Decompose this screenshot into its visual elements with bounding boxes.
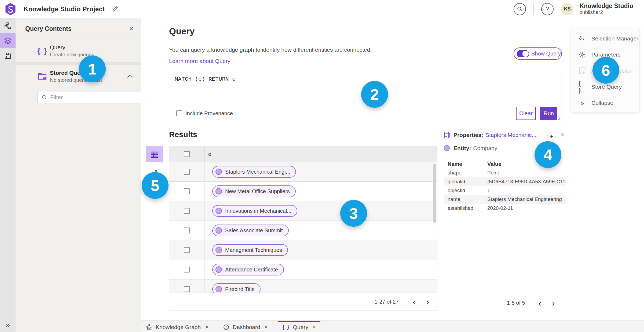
query-item[interactable]: { } Query Create new queries	[16, 39, 141, 62]
results-next-page-icon[interactable]: ›	[425, 297, 431, 306]
filter-search-icon	[42, 95, 47, 100]
annotation-circle-5: 5	[142, 172, 169, 199]
add-to-selection-icon[interactable]	[547, 132, 554, 139]
property-row[interactable]: name Staplers Mechanical Engineering	[444, 195, 566, 204]
entity-type: Company	[473, 145, 497, 151]
entity-dot-icon	[215, 247, 222, 253]
include-provenance-checkbox[interactable]	[176, 110, 182, 116]
braces-icon: { }	[283, 324, 290, 330]
properties-header: Properties: Staplers Mechanic... ×	[444, 131, 566, 139]
table-icon	[151, 151, 159, 158]
table-row[interactable]: Firebird Title	[169, 279, 437, 293]
entity-label: Entity:	[453, 145, 471, 151]
search-icon	[517, 6, 523, 12]
knowledge-graph-icon	[146, 324, 152, 330]
table-row[interactable]: Sales Associate Summit	[169, 221, 437, 240]
search-button[interactable]	[514, 3, 526, 15]
run-button[interactable]: Run	[540, 107, 557, 120]
clear-button[interactable]: Clear	[516, 107, 536, 120]
entity-pill[interactable]: Firebird Title	[212, 283, 261, 293]
bottom-tab-bar: Knowledge Graph × Dashboard × { } Query …	[141, 320, 644, 332]
query-section-title: Query	[169, 26, 195, 36]
braces-icon: { }	[37, 46, 47, 55]
table-view-button[interactable]	[146, 146, 163, 162]
user-info[interactable]: Knowledge Studio publisher2	[579, 3, 633, 15]
table-row[interactable]: Attendance Certificate	[169, 260, 437, 279]
tab-query[interactable]: { } Query ×	[278, 321, 320, 332]
query-contents-panel: Query Contents × { } Query Create new qu…	[16, 18, 141, 332]
row-checkbox[interactable]	[184, 169, 190, 175]
entity-pill[interactable]: Sales Associate Summit	[212, 225, 289, 236]
tab-dashboard[interactable]: Dashboard ×	[219, 321, 272, 332]
results-table-header: e	[169, 146, 437, 162]
close-tab-icon[interactable]: ×	[313, 324, 316, 331]
property-row[interactable]: objectid 1	[444, 186, 566, 195]
entity-pill[interactable]: Attendance Certificate	[212, 264, 284, 275]
resize-handle-icon[interactable]	[556, 116, 561, 121]
expand-rail-button[interactable]: »	[0, 321, 16, 329]
annotation-circle-4: 4	[535, 141, 561, 168]
table-row[interactable]: Managment Techniques	[169, 240, 437, 260]
toggle-switch-on[interactable]	[517, 50, 529, 57]
row-checkbox[interactable]	[184, 247, 190, 253]
edit-title-pencil-icon[interactable]	[112, 6, 119, 13]
rail-save-button[interactable]	[0, 48, 16, 63]
query-description: You can query a knowledge graph to ident…	[169, 47, 372, 53]
entity-pill[interactable]: Innovations in Mechanical...	[212, 205, 297, 217]
results-pagination: 1-27 of 27 ‹ ›	[169, 293, 437, 311]
table-row[interactable]: Staplers Mechanical Engi...	[169, 162, 437, 182]
row-checkbox[interactable]	[184, 208, 190, 214]
hierarchy-icon	[4, 22, 12, 29]
learn-more-link[interactable]: Learn more about Query	[169, 58, 230, 64]
properties-prev-page-icon[interactable]: ‹	[537, 299, 543, 307]
chevron-up-icon[interactable]	[127, 74, 133, 78]
table-row[interactable]: Innovations in Mechanical...	[169, 201, 437, 221]
entity-type-dot-icon	[444, 145, 450, 151]
panel-separator	[16, 62, 141, 65]
selection-manager-icon	[579, 35, 586, 42]
results-prev-page-icon[interactable]: ‹	[411, 297, 417, 306]
table-row[interactable]: New Metal Office Suppliers	[169, 182, 437, 201]
project-title: Knowledge Studio Project	[24, 5, 105, 13]
properties-entity-link[interactable]: Staplers Mechanic...	[485, 132, 536, 138]
select-all-checkbox[interactable]	[184, 151, 190, 157]
user-avatar[interactable]: KS	[561, 3, 573, 15]
show-query-toggle[interactable]: Show Query	[514, 47, 562, 60]
properties-page-label: 1-5 of 5	[507, 300, 525, 306]
include-provenance-label: Include Provenance	[185, 110, 233, 117]
selection-manager-item[interactable]: Selection Manager	[571, 31, 639, 47]
knowledge-studio-app: { "topbar": { "title": "Knowledge Studio…	[0, 0, 644, 332]
results-table: e Staplers Mechanical Engi... New Metal …	[169, 146, 437, 311]
row-checkbox[interactable]	[184, 286, 190, 292]
rail-data-model-button[interactable]	[0, 18, 16, 33]
results-rows: Staplers Mechanical Engi... New Metal Of…	[169, 162, 437, 293]
results-column-header: e	[204, 151, 211, 157]
row-checkbox[interactable]	[184, 188, 190, 194]
query-main-view: Query You can query a knowledge graph to…	[141, 18, 644, 320]
panel-close-icon[interactable]: ×	[129, 24, 133, 33]
properties-close-icon[interactable]: ×	[561, 131, 565, 139]
entity-pill[interactable]: Staplers Mechanical Engi...	[212, 166, 296, 178]
close-tab-icon[interactable]: ×	[265, 324, 268, 331]
row-checkbox[interactable]	[184, 267, 190, 273]
results-page-label: 1-27 of 27	[375, 299, 399, 305]
collapse-item[interactable]: » Collapse	[571, 95, 639, 111]
rail-layers-button[interactable]	[0, 33, 16, 48]
help-button[interactable]: ?	[541, 3, 554, 15]
filter-input[interactable]	[50, 94, 153, 100]
property-row[interactable]: established 2020-02-11	[444, 204, 566, 212]
knowledge-studio-logo-icon[interactable]	[5, 3, 16, 15]
property-row[interactable]: shape Point	[444, 168, 566, 177]
topbar-right-group: ? KS Knowledge Studio publisher2	[514, 3, 644, 15]
entity-pill[interactable]: New Metal Office Suppliers	[212, 185, 296, 197]
results-scrollbar[interactable]	[433, 164, 436, 223]
stored-queries-item[interactable]: Stored Queries No stored queries exist	[16, 65, 141, 88]
tab-knowledge-graph[interactable]: Knowledge Graph ×	[142, 321, 213, 332]
property-row[interactable]: globalid {5D9B4713-F98D-4A53-A59F-C11...	[444, 177, 566, 186]
close-tab-icon[interactable]: ×	[205, 324, 208, 331]
row-checkbox[interactable]	[184, 227, 190, 233]
properties-next-page-icon[interactable]: ›	[550, 299, 557, 307]
entity-pill[interactable]: Managment Techniques	[212, 244, 288, 256]
left-icon-rail: »	[0, 18, 16, 332]
entity-dot-icon	[215, 208, 222, 214]
